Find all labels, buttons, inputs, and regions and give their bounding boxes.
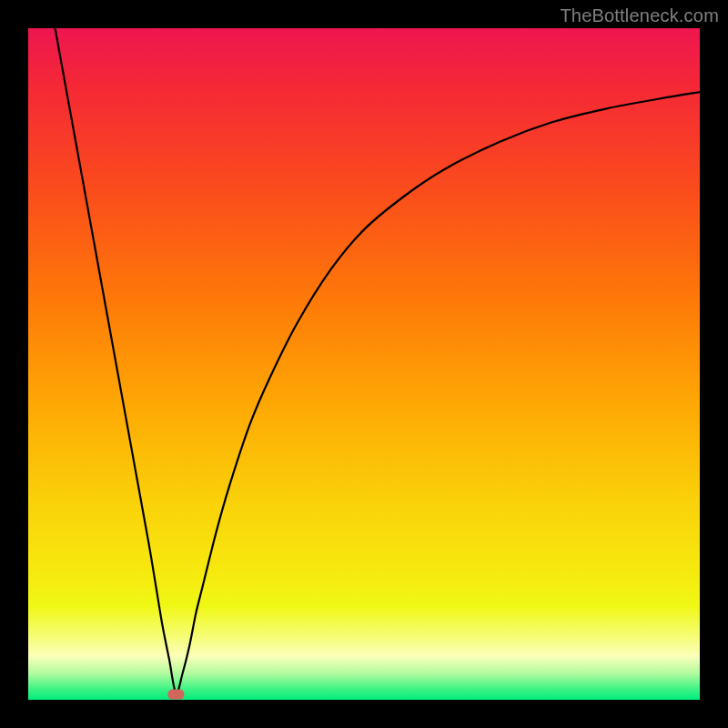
plot-area: [28, 28, 700, 700]
watermark-text: TheBottleneck.com: [560, 5, 719, 26]
bottleneck-curve: [56, 28, 700, 693]
balance-marker: [167, 690, 184, 700]
chart-frame: TheBottleneck.com: [0, 0, 728, 728]
curve-layer: [28, 28, 700, 700]
